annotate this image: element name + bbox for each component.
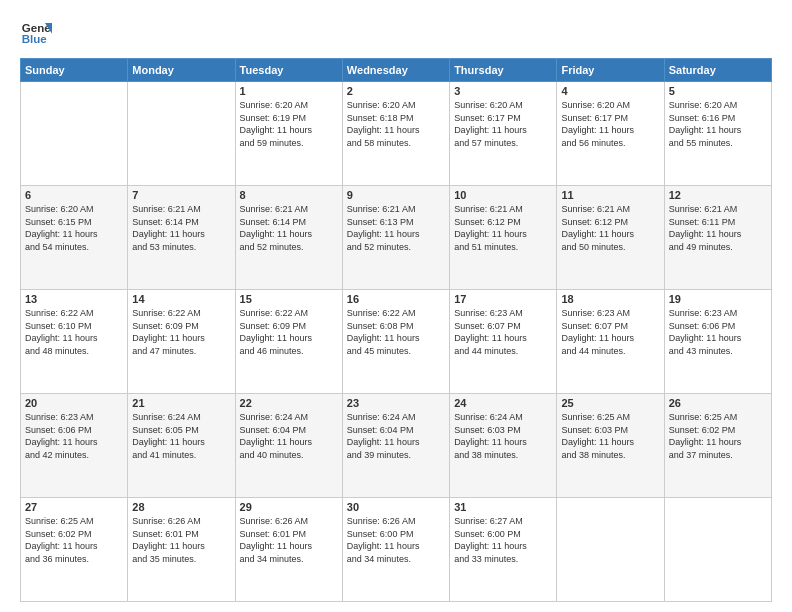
day-number: 26 [669,397,767,409]
calendar-cell: 6Sunrise: 6:20 AM Sunset: 6:15 PM Daylig… [21,186,128,290]
day-info: Sunrise: 6:23 AM Sunset: 6:06 PM Dayligh… [25,411,123,461]
weekday-header-thursday: Thursday [450,59,557,82]
day-number: 22 [240,397,338,409]
calendar-cell: 29Sunrise: 6:26 AM Sunset: 6:01 PM Dayli… [235,498,342,602]
calendar-cell: 28Sunrise: 6:26 AM Sunset: 6:01 PM Dayli… [128,498,235,602]
day-number: 29 [240,501,338,513]
day-number: 28 [132,501,230,513]
day-info: Sunrise: 6:24 AM Sunset: 6:04 PM Dayligh… [240,411,338,461]
week-row-3: 13Sunrise: 6:22 AM Sunset: 6:10 PM Dayli… [21,290,772,394]
calendar-cell [128,82,235,186]
calendar-cell: 25Sunrise: 6:25 AM Sunset: 6:03 PM Dayli… [557,394,664,498]
day-number: 17 [454,293,552,305]
calendar-cell: 5Sunrise: 6:20 AM Sunset: 6:16 PM Daylig… [664,82,771,186]
day-number: 13 [25,293,123,305]
day-number: 14 [132,293,230,305]
day-number: 16 [347,293,445,305]
day-number: 7 [132,189,230,201]
calendar-cell: 21Sunrise: 6:24 AM Sunset: 6:05 PM Dayli… [128,394,235,498]
calendar-cell: 15Sunrise: 6:22 AM Sunset: 6:09 PM Dayli… [235,290,342,394]
calendar-cell: 27Sunrise: 6:25 AM Sunset: 6:02 PM Dayli… [21,498,128,602]
week-row-4: 20Sunrise: 6:23 AM Sunset: 6:06 PM Dayli… [21,394,772,498]
day-info: Sunrise: 6:26 AM Sunset: 6:00 PM Dayligh… [347,515,445,565]
weekday-header-friday: Friday [557,59,664,82]
day-info: Sunrise: 6:20 AM Sunset: 6:17 PM Dayligh… [561,99,659,149]
day-info: Sunrise: 6:26 AM Sunset: 6:01 PM Dayligh… [132,515,230,565]
day-number: 30 [347,501,445,513]
calendar-cell: 2Sunrise: 6:20 AM Sunset: 6:18 PM Daylig… [342,82,449,186]
calendar-cell: 31Sunrise: 6:27 AM Sunset: 6:00 PM Dayli… [450,498,557,602]
day-info: Sunrise: 6:27 AM Sunset: 6:00 PM Dayligh… [454,515,552,565]
day-number: 5 [669,85,767,97]
calendar-cell: 7Sunrise: 6:21 AM Sunset: 6:14 PM Daylig… [128,186,235,290]
day-number: 24 [454,397,552,409]
calendar-cell: 1Sunrise: 6:20 AM Sunset: 6:19 PM Daylig… [235,82,342,186]
day-number: 6 [25,189,123,201]
day-info: Sunrise: 6:21 AM Sunset: 6:13 PM Dayligh… [347,203,445,253]
weekday-header-wednesday: Wednesday [342,59,449,82]
calendar-cell: 19Sunrise: 6:23 AM Sunset: 6:06 PM Dayli… [664,290,771,394]
calendar-cell: 23Sunrise: 6:24 AM Sunset: 6:04 PM Dayli… [342,394,449,498]
day-info: Sunrise: 6:24 AM Sunset: 6:04 PM Dayligh… [347,411,445,461]
day-info: Sunrise: 6:24 AM Sunset: 6:03 PM Dayligh… [454,411,552,461]
day-info: Sunrise: 6:20 AM Sunset: 6:18 PM Dayligh… [347,99,445,149]
day-number: 11 [561,189,659,201]
calendar-cell: 11Sunrise: 6:21 AM Sunset: 6:12 PM Dayli… [557,186,664,290]
week-row-5: 27Sunrise: 6:25 AM Sunset: 6:02 PM Dayli… [21,498,772,602]
day-number: 15 [240,293,338,305]
day-number: 20 [25,397,123,409]
day-number: 12 [669,189,767,201]
calendar-cell [21,82,128,186]
day-info: Sunrise: 6:20 AM Sunset: 6:17 PM Dayligh… [454,99,552,149]
day-number: 10 [454,189,552,201]
calendar-cell: 10Sunrise: 6:21 AM Sunset: 6:12 PM Dayli… [450,186,557,290]
day-number: 1 [240,85,338,97]
calendar-cell: 20Sunrise: 6:23 AM Sunset: 6:06 PM Dayli… [21,394,128,498]
day-info: Sunrise: 6:20 AM Sunset: 6:16 PM Dayligh… [669,99,767,149]
day-number: 25 [561,397,659,409]
calendar-cell: 4Sunrise: 6:20 AM Sunset: 6:17 PM Daylig… [557,82,664,186]
day-info: Sunrise: 6:22 AM Sunset: 6:09 PM Dayligh… [240,307,338,357]
calendar-cell: 16Sunrise: 6:22 AM Sunset: 6:08 PM Dayli… [342,290,449,394]
day-number: 23 [347,397,445,409]
day-info: Sunrise: 6:23 AM Sunset: 6:07 PM Dayligh… [561,307,659,357]
calendar-cell: 13Sunrise: 6:22 AM Sunset: 6:10 PM Dayli… [21,290,128,394]
week-row-1: 1Sunrise: 6:20 AM Sunset: 6:19 PM Daylig… [21,82,772,186]
calendar-cell: 9Sunrise: 6:21 AM Sunset: 6:13 PM Daylig… [342,186,449,290]
day-number: 21 [132,397,230,409]
day-info: Sunrise: 6:23 AM Sunset: 6:07 PM Dayligh… [454,307,552,357]
calendar-cell: 30Sunrise: 6:26 AM Sunset: 6:00 PM Dayli… [342,498,449,602]
calendar-cell: 17Sunrise: 6:23 AM Sunset: 6:07 PM Dayli… [450,290,557,394]
calendar-cell: 3Sunrise: 6:20 AM Sunset: 6:17 PM Daylig… [450,82,557,186]
calendar-cell: 24Sunrise: 6:24 AM Sunset: 6:03 PM Dayli… [450,394,557,498]
calendar-cell: 18Sunrise: 6:23 AM Sunset: 6:07 PM Dayli… [557,290,664,394]
weekday-header-sunday: Sunday [21,59,128,82]
calendar-table: SundayMondayTuesdayWednesdayThursdayFrid… [20,58,772,602]
day-info: Sunrise: 6:21 AM Sunset: 6:12 PM Dayligh… [561,203,659,253]
day-number: 9 [347,189,445,201]
day-info: Sunrise: 6:22 AM Sunset: 6:09 PM Dayligh… [132,307,230,357]
week-row-2: 6Sunrise: 6:20 AM Sunset: 6:15 PM Daylig… [21,186,772,290]
calendar-cell: 26Sunrise: 6:25 AM Sunset: 6:02 PM Dayli… [664,394,771,498]
logo-icon: General Blue [20,16,52,48]
calendar-cell [664,498,771,602]
header: General Blue [20,16,772,48]
calendar-cell: 22Sunrise: 6:24 AM Sunset: 6:04 PM Dayli… [235,394,342,498]
day-info: Sunrise: 6:25 AM Sunset: 6:02 PM Dayligh… [25,515,123,565]
day-info: Sunrise: 6:21 AM Sunset: 6:14 PM Dayligh… [132,203,230,253]
weekday-header-tuesday: Tuesday [235,59,342,82]
calendar-cell: 14Sunrise: 6:22 AM Sunset: 6:09 PM Dayli… [128,290,235,394]
calendar-cell [557,498,664,602]
day-number: 4 [561,85,659,97]
day-info: Sunrise: 6:22 AM Sunset: 6:10 PM Dayligh… [25,307,123,357]
day-info: Sunrise: 6:25 AM Sunset: 6:02 PM Dayligh… [669,411,767,461]
day-number: 27 [25,501,123,513]
day-info: Sunrise: 6:23 AM Sunset: 6:06 PM Dayligh… [669,307,767,357]
day-info: Sunrise: 6:26 AM Sunset: 6:01 PM Dayligh… [240,515,338,565]
calendar-cell: 12Sunrise: 6:21 AM Sunset: 6:11 PM Dayli… [664,186,771,290]
day-info: Sunrise: 6:20 AM Sunset: 6:19 PM Dayligh… [240,99,338,149]
weekday-header-row: SundayMondayTuesdayWednesdayThursdayFrid… [21,59,772,82]
day-number: 18 [561,293,659,305]
weekday-header-monday: Monday [128,59,235,82]
day-info: Sunrise: 6:24 AM Sunset: 6:05 PM Dayligh… [132,411,230,461]
